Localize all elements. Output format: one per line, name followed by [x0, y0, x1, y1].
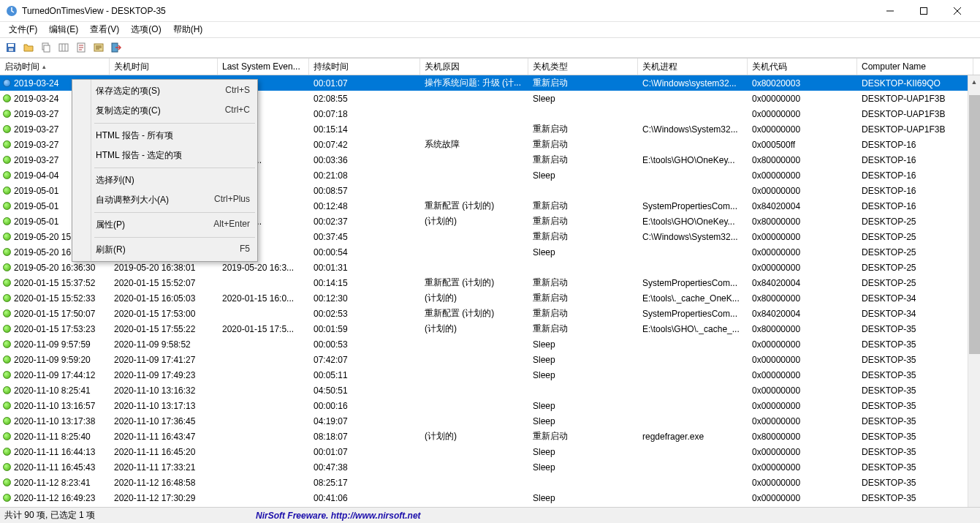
context-menu-item[interactable]: 刷新(R)F5: [74, 240, 256, 260]
minimize-button[interactable]: [873, 0, 907, 22]
column-header-2[interactable]: Last System Even...: [218, 59, 309, 75]
cell: DESKTOP-25: [857, 230, 973, 244]
cell: 2020-11-12 17:30:29: [110, 492, 218, 505]
menu-3[interactable]: 选项(O): [125, 22, 167, 37]
status-green-icon: [3, 309, 11, 317]
context-menu-item[interactable]: HTML 报告 - 选定的项: [74, 146, 256, 165]
table-row[interactable]: 2020-01-15 15:52:332020-01-15 16:05:0320…: [0, 290, 980, 306]
save-icon[interactable]: [3, 39, 19, 56]
menu-2[interactable]: 查看(V): [84, 22, 125, 37]
table-row[interactable]: 2020-11-11 16:45:432020-11-11 17:33:2100…: [0, 459, 980, 475]
cell: (计划的): [420, 290, 528, 306]
cell: 重新配置 (计划的): [420, 275, 528, 290]
menu-shortcut: Ctrl+C: [225, 105, 250, 117]
context-menu-item[interactable]: 复制选定的项(C)Ctrl+C: [74, 101, 256, 121]
table-row[interactable]: 2020-11-10 13:17:382020-11-10 17:36:4504…: [0, 413, 980, 429]
cell: 2020-11-09 9:57:59: [0, 338, 110, 351]
table-row[interactable]: 2019-05-20 16:36:302019-05-20 16:38:0120…: [0, 260, 980, 275]
properties-icon[interactable]: [73, 39, 89, 56]
cell: 2019-05-20 16:3...: [218, 261, 309, 274]
table-row[interactable]: 2020-11-09 17:44:122020-11-09 17:49:2300…: [0, 367, 980, 383]
cell: 2020-11-10 13:16:57: [0, 399, 110, 413]
column-header-6[interactable]: 关机进程: [638, 59, 748, 75]
cell: 00:01:07: [309, 445, 420, 459]
cell: [528, 266, 638, 269]
menu-1[interactable]: 编辑(E): [43, 22, 84, 37]
column-header-5[interactable]: 关机类型: [528, 59, 638, 75]
table-row[interactable]: 2020-01-15 17:50:072020-01-15 17:53:0000…: [0, 306, 980, 321]
context-menu-item[interactable]: 自动调整列大小(A)Ctrl+Plus: [74, 190, 256, 210]
scroll-up-icon[interactable]: ▲: [968, 75, 980, 88]
cell: 0x00000000: [748, 108, 857, 121]
maximize-button[interactable]: [907, 0, 941, 22]
status-green-icon: [3, 248, 11, 256]
table-row[interactable]: 2020-01-15 17:53:232020-01-15 17:55:2220…: [0, 321, 980, 336]
cell: DESKTOP-16: [857, 154, 973, 167]
cell: [638, 189, 748, 192]
cell: Sleep: [528, 246, 638, 259]
status-green-icon: [3, 417, 11, 425]
close-button[interactable]: [941, 0, 974, 22]
column-header-4[interactable]: 关机原因: [420, 59, 528, 75]
copy-icon[interactable]: [38, 39, 54, 56]
cell: Sleep: [528, 369, 638, 382]
cell: 2020-11-09 9:58:52: [110, 338, 218, 351]
table-row[interactable]: 2020-11-11 16:44:132020-11-11 16:45:2000…: [0, 444, 980, 459]
table-row[interactable]: 2020-11-10 8:25:412020-11-10 13:16:3204:…: [0, 383, 980, 398]
svg-rect-1: [921, 7, 927, 14]
sort-asc-icon: ▴: [42, 63, 46, 70]
menu-label: 保存选定的项(S): [96, 85, 225, 97]
context-menu-item[interactable]: 选择列(N): [74, 170, 256, 190]
column-header-3[interactable]: 持续时间: [309, 59, 420, 75]
context-menu-item[interactable]: 属性(P)Alt+Enter: [74, 215, 256, 235]
cell: [218, 481, 309, 484]
scrollbar[interactable]: ▲: [968, 75, 980, 507]
cell: 2020-11-11 17:33:21: [110, 461, 218, 474]
cell: 00:15:14: [309, 123, 420, 136]
columns-icon[interactable]: [56, 39, 72, 56]
table-row[interactable]: 2020-11-11 8:25:402020-11-11 16:43:4708:…: [0, 429, 980, 444]
status-green-icon: [3, 463, 11, 471]
cell: [420, 128, 528, 131]
status-green-icon: [3, 94, 11, 102]
cell: 00:00:54: [309, 246, 420, 259]
cell: [420, 420, 528, 423]
table-row[interactable]: 2020-11-09 9:57:592020-11-09 9:58:5200:0…: [0, 336, 980, 352]
cell: DESKTOP-35: [857, 369, 973, 382]
cell: 2020-11-10 8:25:41: [0, 384, 110, 397]
nirsoft-link[interactable]: NirSoft Freeware. http://www.nirsoft.net: [256, 511, 421, 521]
cell: 0x00000000: [748, 353, 857, 366]
cell: 2020-11-12 16:48:58: [110, 476, 218, 489]
open-icon[interactable]: [20, 39, 37, 56]
column-header-8[interactable]: Computer Name: [857, 59, 973, 75]
context-menu-item[interactable]: HTML 报告 - 所有项: [74, 126, 256, 146]
table-row[interactable]: 2020-11-12 8:23:412020-11-12 16:48:5808:…: [0, 475, 980, 490]
menu-0[interactable]: 文件(F): [3, 22, 43, 37]
status-green-icon: [3, 355, 11, 364]
cell: [420, 358, 528, 361]
cell: C:\Windows\System32...: [638, 123, 748, 136]
table-row[interactable]: 2020-11-09 9:59:202020-11-09 17:41:2707:…: [0, 352, 980, 367]
column-header-1[interactable]: 关机时间: [110, 59, 218, 75]
table-row[interactable]: 2020-01-15 15:37:522020-01-15 15:52:0700…: [0, 275, 980, 290]
cell: [420, 374, 528, 377]
status-green-icon: [3, 279, 11, 287]
cell: [420, 251, 528, 254]
cell: [420, 497, 528, 500]
cell: 2020-11-09 17:41:27: [110, 353, 218, 366]
column-header-0[interactable]: 启动时间▴: [0, 59, 110, 75]
cell: 2020-11-11 16:45:43: [0, 461, 110, 474]
exit-icon[interactable]: [108, 39, 124, 56]
scrollbar-thumb[interactable]: [969, 95, 980, 354]
cell: Sleep: [528, 169, 638, 182]
menu-4[interactable]: 帮助(H): [167, 22, 209, 37]
table-row[interactable]: 2020-11-12 16:49:232020-11-12 17:30:2900…: [0, 490, 980, 505]
cell: (计划的): [420, 214, 528, 229]
table-row[interactable]: 2020-11-10 13:16:572020-11-10 13:17:1300…: [0, 398, 980, 413]
cell: [420, 97, 528, 100]
status-green-icon: [3, 402, 11, 410]
options-icon[interactable]: [91, 39, 107, 56]
context-menu-item[interactable]: 保存选定的项(S)Ctrl+S: [74, 81, 256, 101]
column-header-7[interactable]: 关机代码: [748, 59, 857, 75]
cell: 2020-11-11 16:43:47: [110, 430, 218, 443]
